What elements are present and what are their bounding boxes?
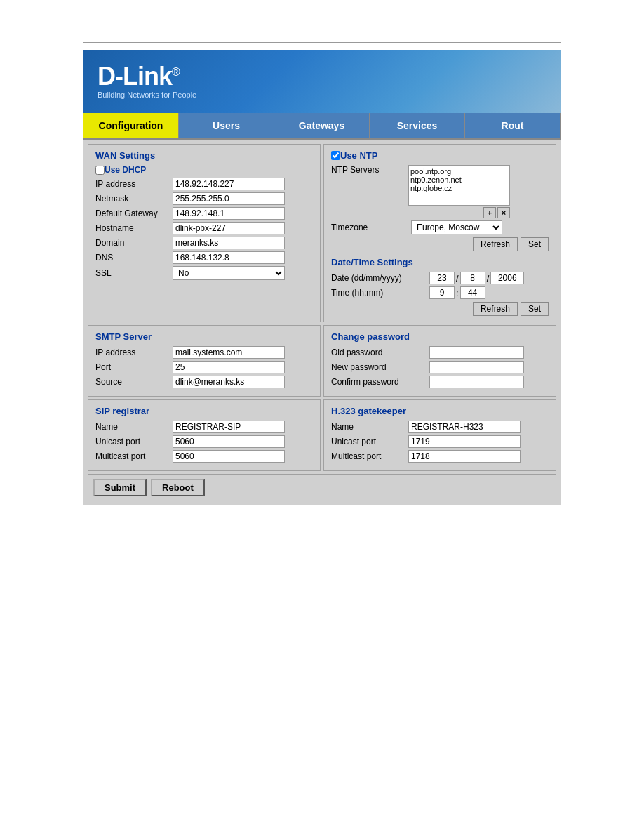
use-dhcp-checkbox[interactable] <box>95 166 105 175</box>
smtp-ip-input[interactable] <box>173 346 285 359</box>
ntp-remove-button[interactable]: × <box>497 207 510 218</box>
sip-unicast-row: Unicast port <box>95 435 313 448</box>
h323-multicast-input[interactable] <box>408 450 521 463</box>
wan-netmask-label: Netmask <box>95 194 173 204</box>
sip-unicast-input[interactable] <box>173 435 285 448</box>
time-row: Time (hh:mm) : <box>331 286 549 299</box>
sip-name-label: Name <box>95 422 173 432</box>
wan-dns-input[interactable] <box>173 251 285 264</box>
ntp-server-1: pool.ntp.org <box>410 167 508 176</box>
wan-ip-label: IP address <box>95 179 173 189</box>
sip-name-input[interactable] <box>173 421 285 433</box>
confirm-password-label: Confirm password <box>331 377 429 387</box>
use-dhcp-label: Use DHCP <box>105 165 146 175</box>
smtp-source-row: Source <box>95 376 313 388</box>
wan-gateway-label: Default Gateway <box>95 208 173 218</box>
use-ntp-checkbox[interactable] <box>331 151 340 160</box>
h323-unicast-label: Unicast port <box>331 437 408 446</box>
h323-name-input[interactable] <box>408 421 521 433</box>
wan-netmask-row: Netmask <box>95 192 313 205</box>
ntp-server-3: ntp.globe.cz <box>410 184 508 192</box>
wan-settings-title: WAN Settings <box>95 150 313 161</box>
sip-multicast-input[interactable] <box>173 450 285 463</box>
sip-multicast-row: Multicast port <box>95 450 313 463</box>
date-month-input[interactable] <box>460 272 485 284</box>
reboot-button[interactable]: Reboot <box>151 479 205 496</box>
sip-section: SIP registrar Name Unicast port Multicas… <box>88 399 321 471</box>
row-sip-h323: SIP registrar Name Unicast port Multicas… <box>88 399 556 471</box>
datetime-subsection: Date/Time Settings Date (dd/mm/yyyy) / / <box>331 257 549 316</box>
timezone-row: Timezone Europe, Moscow Europe, London U… <box>331 220 549 234</box>
wan-gateway-input[interactable] <box>173 207 285 220</box>
confirm-password-row: Confirm password <box>331 376 549 388</box>
main-container: D-Link® Building Networks for People Con… <box>83 50 561 505</box>
wan-ssl-label: SSL <box>95 268 173 278</box>
old-password-label: Old password <box>331 348 429 357</box>
ntp-datetime-section: Use NTP NTP Servers pool.ntp.org ntp0.ze… <box>323 144 556 322</box>
timezone-label: Timezone <box>331 223 408 232</box>
wan-ip-input[interactable] <box>173 178 285 190</box>
sip-title: SIP registrar <box>95 406 313 416</box>
tab-gateways[interactable]: Gateways <box>274 113 370 138</box>
ntp-refresh-set-row: Refresh Set <box>331 237 549 251</box>
old-password-input[interactable] <box>429 346 524 359</box>
time-min-input[interactable] <box>460 286 485 299</box>
datetime-refresh-button[interactable]: Refresh <box>473 302 518 316</box>
smtp-port-label: Port <box>95 362 173 372</box>
registered-symbol: ® <box>172 66 180 78</box>
content-area: WAN Settings Use DHCP IP address Netmask <box>83 140 561 505</box>
wan-domain-label: Domain <box>95 238 173 248</box>
wan-hostname-row: Hostname <box>95 222 313 234</box>
wan-ssl-select[interactable]: No Yes <box>173 266 285 280</box>
ntp-refresh-button[interactable]: Refresh <box>473 237 518 251</box>
sip-unicast-label: Unicast port <box>95 437 173 446</box>
time-sep: : <box>456 288 459 298</box>
wan-settings-section: WAN Settings Use DHCP IP address Netmask <box>88 144 321 322</box>
tab-routing[interactable]: Rout <box>465 113 561 138</box>
confirm-password-input[interactable] <box>429 376 524 388</box>
use-dhcp-row: Use DHCP <box>95 165 313 175</box>
datetime-set-button[interactable]: Set <box>521 302 549 316</box>
ntp-set-button[interactable]: Set <box>521 237 549 251</box>
ntp-server-2: ntp0.zenon.net <box>410 176 508 184</box>
tab-users[interactable]: Users <box>179 113 274 138</box>
new-password-label: New password <box>331 362 429 372</box>
h323-name-row: Name <box>331 421 549 433</box>
wan-hostname-input[interactable] <box>173 222 285 234</box>
time-hour-input[interactable] <box>429 286 455 299</box>
h323-section: H.323 gatekeeper Name Unicast port Multi… <box>323 399 556 471</box>
h323-title: H.323 gatekeeper <box>331 406 549 416</box>
wan-ip-row: IP address <box>95 178 313 190</box>
nav-tabs: Configuration Users Gateways Services Ro… <box>83 113 561 140</box>
tab-configuration[interactable]: Configuration <box>83 113 179 138</box>
change-password-section: Change password Old password New passwor… <box>323 325 556 397</box>
h323-unicast-row: Unicast port <box>331 435 549 448</box>
date-year-input[interactable] <box>490 272 524 284</box>
datetime-refresh-set-row: Refresh Set <box>331 302 549 316</box>
wan-netmask-input[interactable] <box>173 192 285 205</box>
sip-name-row: Name <box>95 421 313 433</box>
new-password-input[interactable] <box>429 361 524 373</box>
submit-button[interactable]: Submit <box>93 479 147 496</box>
smtp-source-input[interactable] <box>173 376 285 388</box>
date-day-input[interactable] <box>429 272 455 284</box>
logo-area: D-Link® Building Networks for People <box>98 64 196 99</box>
smtp-port-input[interactable] <box>173 361 285 373</box>
tab-services[interactable]: Services <box>370 113 465 138</box>
wan-hostname-label: Hostname <box>95 223 173 233</box>
date-sep-1: / <box>456 273 459 284</box>
smtp-section: SMTP Server IP address Port Source <box>88 325 321 397</box>
timezone-select[interactable]: Europe, Moscow Europe, London US/Eastern… <box>411 220 502 234</box>
date-row: Date (dd/mm/yyyy) / / <box>331 272 549 284</box>
h323-unicast-input[interactable] <box>408 435 521 448</box>
wan-ssl-row: SSL No Yes <box>95 266 313 280</box>
bottom-rule <box>83 512 561 512</box>
smtp-title: SMTP Server <box>95 331 313 342</box>
smtp-port-row: Port <box>95 361 313 373</box>
wan-domain-input[interactable] <box>173 237 285 249</box>
logo-text: D-Link <box>98 62 172 91</box>
old-password-row: Old password <box>331 346 549 359</box>
date-label: Date (dd/mm/yyyy) <box>331 273 429 283</box>
wan-dns-label: DNS <box>95 253 173 263</box>
ntp-add-button[interactable]: + <box>483 207 496 218</box>
